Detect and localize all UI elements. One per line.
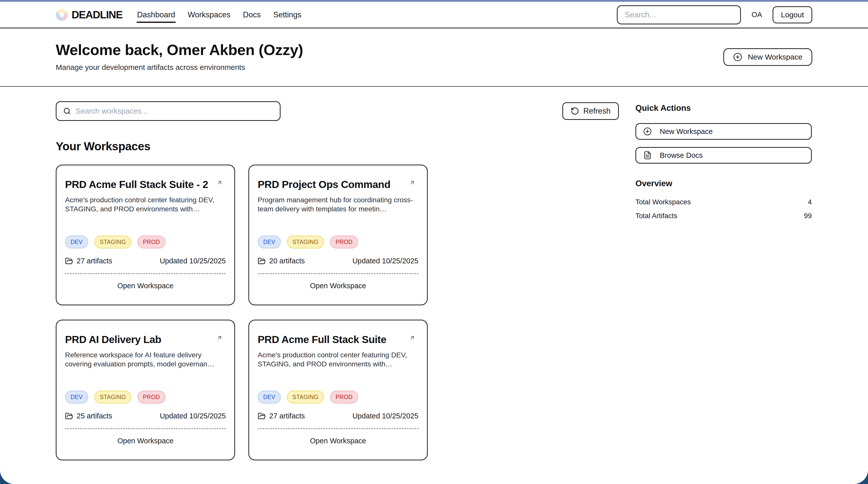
workspace-title: PRD Acme Full Stack Suite [258,333,418,345]
workspace-meta: 20 artifacts Updated 10/25/2025 [258,257,418,265]
workspace-card[interactable]: PRD Acme Full Stack Suite - 2 Acme's pro… [56,164,235,305]
refresh-button[interactable]: Refresh [562,102,619,120]
nav-item-docs[interactable]: Docs [242,7,261,23]
app-window: DEADLINE Dashboard Workspaces Docs Setti… [0,2,868,484]
page-subtitle: Manage your development artifacts across… [56,62,303,72]
open-workspace-link[interactable]: Open Workspace [65,274,226,305]
open-external-icon [409,179,415,186]
folder-open-icon [65,257,73,265]
nav-item-workspaces[interactable]: Workspaces [187,7,231,23]
open-workspace-link[interactable]: Open Workspace [258,429,418,460]
artifact-count-label: 25 artifacts [76,412,112,420]
workspace-description: Program management hub for coordinating … [258,195,418,214]
page-header: Welcome back, Omer Akben (Ozzy) Manage y… [0,28,868,87]
stat-value: 4 [808,198,812,206]
artifact-count-label: 27 artifacts [76,257,112,265]
app-logo-donut-icon [56,9,68,21]
badge-prod: PROD [330,236,358,248]
badge-staging: STAGING [287,391,324,403]
workspace-card[interactable]: PRD AI Delivery Lab Reference workspace … [56,320,235,460]
stat-label: Total Workspaces [636,198,691,206]
folder-open-icon [258,412,266,420]
page-header-text: Welcome back, Omer Akben (Ozzy) Manage y… [56,41,303,72]
workspace-description: Reference workspace for AI feature deliv… [65,351,226,369]
workspace-title: PRD Project Ops Command [258,178,418,190]
logout-button[interactable]: Logout [773,6,812,23]
workspace-search-input[interactable] [75,107,273,115]
updated-date: Updated 10/25/2025 [352,257,418,265]
new-workspace-label: New Workspace [748,53,802,61]
refresh-icon [570,107,579,115]
environment-badges: DEV STAGING PROD [65,391,226,403]
updated-date: Updated 10/25/2025 [352,412,418,420]
open-external-icon [216,179,223,186]
artifact-count: 27 artifacts [65,257,112,265]
top-navbar: DEADLINE Dashboard Workspaces Docs Setti… [0,2,868,28]
open-workspace-link[interactable]: Open Workspace [65,429,226,460]
environment-badges: DEV STAGING PROD [65,236,226,248]
user-initials: OA [751,10,762,19]
global-search-input[interactable] [617,5,741,24]
badge-prod: PROD [137,391,165,403]
nav-item-dashboard[interactable]: Dashboard [136,7,176,23]
artifact-count-label: 20 artifacts [269,257,305,265]
workspace-description: Acme's production control center featuri… [258,351,418,369]
page-title: Welcome back, Omer Akben (Ozzy) [56,41,303,58]
workspace-grid: PRD Acme Full Stack Suite - 2 Acme's pro… [56,164,619,460]
your-workspaces-heading: Your Workspaces [56,140,619,153]
artifact-count: 25 artifacts [65,412,112,420]
nav-links: Dashboard Workspaces Docs Settings [136,7,302,23]
badge-dev: DEV [65,391,88,403]
new-workspace-button-header[interactable]: New Workspace [723,48,812,66]
workspace-title: PRD Acme Full Stack Suite - 2 [65,178,226,190]
open-workspace-link[interactable]: Open Workspace [258,274,418,305]
badge-dev: DEV [258,391,281,403]
badge-staging: STAGING [94,391,131,403]
environment-badges: DEV STAGING PROD [258,236,418,248]
browse-docs-label: Browse Docs [660,151,703,159]
open-external-icon [409,334,415,341]
quick-actions-heading: Quick Actions [636,103,812,113]
right-sidebar: Quick Actions New Workspace Browse Docs … [636,101,812,460]
workspace-description: Acme's production control center featuri… [65,195,226,214]
artifact-count-label: 27 artifacts [269,412,305,420]
artifact-count: 20 artifacts [258,257,305,265]
window-top-strip [0,0,868,2]
new-workspace-button-sidebar[interactable]: New Workspace [636,123,812,140]
stat-total-workspaces: Total Workspaces 4 [636,198,812,206]
workspace-meta: 25 artifacts Updated 10/25/2025 [65,412,226,420]
plus-circle-icon [643,127,652,136]
stat-value: 99 [804,211,812,220]
badge-prod: PROD [330,391,358,403]
stat-label: Total Artifacts [636,211,677,220]
artifact-count: 27 artifacts [258,412,305,420]
folder-open-icon [65,412,73,420]
nav-right-cluster: OA Logout [617,5,812,24]
brand-name: DEADLINE [71,9,123,21]
workspace-meta: 27 artifacts Updated 10/25/2025 [258,412,418,420]
plus-circle-icon [733,53,742,62]
workspaces-toolbar: Refresh [56,101,619,121]
updated-date: Updated 10/25/2025 [160,257,226,265]
refresh-label: Refresh [583,107,611,116]
new-workspace-label: New Workspace [660,127,713,136]
stat-total-artifacts: Total Artifacts 99 [636,211,812,220]
badge-dev: DEV [65,236,88,248]
folder-open-icon [258,257,266,265]
workspaces-column: Refresh Your Workspaces PRD Acme Full St… [56,101,619,460]
badge-prod: PROD [137,236,165,248]
workspace-card[interactable]: PRD Acme Full Stack Suite Acme's product… [248,320,428,460]
brand: DEADLINE [56,9,123,21]
badge-staging: STAGING [287,236,324,248]
main-content: Refresh Your Workspaces PRD Acme Full St… [0,87,868,471]
workspace-meta: 27 artifacts Updated 10/25/2025 [65,257,226,265]
browse-docs-button[interactable]: Browse Docs [636,147,812,163]
file-text-icon [643,151,652,159]
search-icon [63,107,71,115]
badge-dev: DEV [258,236,281,248]
updated-date: Updated 10/25/2025 [160,412,226,420]
environment-badges: DEV STAGING PROD [258,391,418,403]
nav-item-settings[interactable]: Settings [273,7,302,23]
badge-staging: STAGING [94,236,131,248]
workspace-card[interactable]: PRD Project Ops Command Program manageme… [248,164,428,305]
